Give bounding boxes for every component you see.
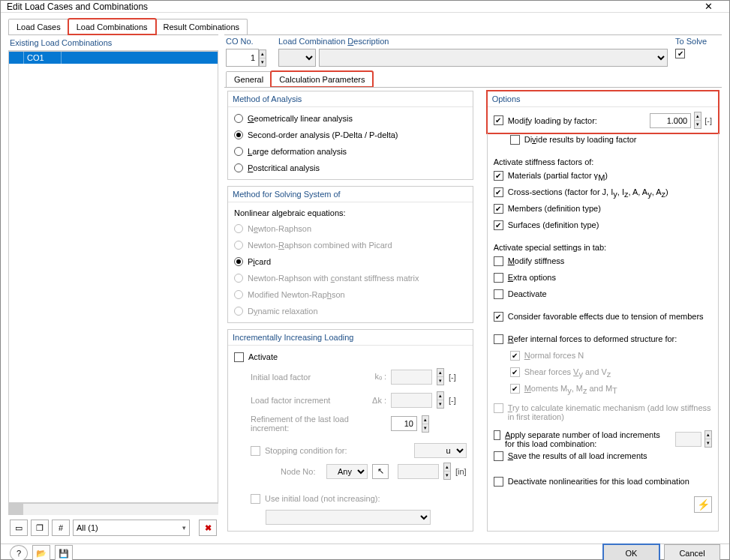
chk-extra[interactable]	[494, 273, 503, 283]
new-button[interactable]: ▭	[10, 520, 28, 536]
initial-load-factor-input	[391, 370, 432, 385]
chk-deactivate[interactable]	[494, 289, 503, 299]
chk-normal	[510, 351, 520, 361]
cancel-button[interactable]: Cancel	[664, 544, 720, 560]
lightning-icon: ⚡	[697, 499, 710, 511]
chk-activate-incremental[interactable]	[234, 352, 244, 362]
reset-options-button[interactable]: ⚡	[694, 496, 712, 513]
ok-button[interactable]: OK	[603, 544, 659, 560]
chk-save-results[interactable]	[494, 451, 503, 461]
titlebar: Edit Load Cases and Combinations ✕	[1, 1, 729, 13]
radio-nrc	[234, 274, 243, 283]
help-button[interactable]: ?	[10, 545, 28, 560]
chk-kinematic	[494, 403, 503, 413]
hscrollbar[interactable]	[8, 503, 218, 515]
chk-tension[interactable]	[494, 312, 503, 322]
radio-dyn	[234, 307, 243, 316]
chk-deact-nl[interactable]	[494, 477, 503, 487]
radio-large-def[interactable]	[234, 147, 243, 156]
group-options-header: Options Modify loading by factor: ▴▾ [-]	[487, 91, 719, 133]
chk-members[interactable]	[494, 204, 503, 214]
co-no-spinner[interactable]: ▴▾	[259, 49, 266, 67]
chk-divide[interactable]	[510, 135, 520, 145]
tab-general[interactable]: General	[226, 71, 272, 87]
initial-load-select	[266, 510, 431, 525]
separate-increments-input	[675, 432, 701, 447]
chk-modify-loading[interactable]	[494, 115, 503, 125]
group-title-analysis: Method of Analysis	[228, 91, 473, 107]
chk-mod-stiff[interactable]	[494, 256, 503, 266]
group-title-solving: Method for Solving System of	[228, 187, 473, 202]
radio-picard[interactable]	[234, 257, 243, 266]
radio-postcritical[interactable]	[234, 163, 243, 172]
save-button[interactable]: 💾	[55, 545, 73, 560]
chk-refer[interactable]	[494, 334, 503, 344]
chk-moments	[510, 384, 520, 394]
to-solve-checkbox[interactable]	[675, 49, 685, 58]
special-label: Activate special settings in tab:	[494, 243, 712, 252]
number-button[interactable]: #	[52, 520, 70, 536]
group-title-options: Options	[488, 91, 718, 107]
node-value-input	[398, 464, 439, 479]
tab-result-combinations[interactable]: Result Combinations	[155, 19, 248, 34]
group-method-analysis: Method of Analysis Geometrically linear …	[227, 91, 473, 180]
filter-combo[interactable]: All (1)	[73, 520, 190, 536]
open-button[interactable]: 📂	[32, 545, 50, 560]
window-title: Edit Load Cases and Combinations	[7, 1, 693, 12]
chk-use-initial	[251, 494, 260, 504]
list-item-name: CO1	[24, 52, 62, 64]
load-factor-increment-input	[391, 393, 432, 408]
chk-shear	[510, 367, 520, 377]
stopping-select: u	[414, 443, 467, 458]
radio-mnr	[234, 290, 243, 299]
tab-load-cases[interactable]: Load Cases	[8, 19, 69, 34]
tab-calc-params[interactable]: Calculation Parameters	[271, 71, 373, 87]
copy-button[interactable]: ❐	[31, 520, 49, 536]
modify-factor-input[interactable]	[650, 113, 691, 128]
dialog-window: Edit Load Cases and Combinations ✕ Load …	[0, 0, 730, 560]
existing-combinations-header: Existing Load Combinations	[8, 35, 218, 51]
group-title-incremental: Incrementally Increasing Loading	[228, 330, 473, 346]
chk-stopping	[251, 446, 260, 456]
chk-cross[interactable]	[494, 187, 503, 197]
pick-node-button: ↖	[372, 464, 389, 479]
chk-separate-increments[interactable]	[494, 430, 500, 440]
group-incremental: Incrementally Increasing Loading Activat…	[227, 329, 473, 532]
description-label: Load Combination Description	[278, 37, 668, 49]
solving-subhead: Nonlinear algebraic equations:	[234, 208, 467, 217]
main-tabs: Load Cases Load Combinations Result Comb…	[1, 13, 729, 34]
radio-geom[interactable]	[234, 114, 243, 123]
node-select: Any	[326, 464, 368, 479]
to-solve-label: To Solve	[675, 37, 720, 49]
combinations-list[interactable]: CO1	[8, 51, 218, 503]
radio-second-order[interactable]	[234, 130, 243, 139]
radio-nrp	[234, 241, 243, 250]
tab-load-combinations[interactable]: Load Combinations	[68, 19, 156, 34]
radio-nr	[234, 224, 243, 233]
desc-input[interactable]	[319, 49, 668, 67]
refinement-input[interactable]	[391, 416, 417, 431]
group-solving-method: Method for Solving System of Nonlinear a…	[227, 186, 473, 323]
chk-materials[interactable]	[494, 171, 503, 181]
close-icon[interactable]: ✕	[693, 1, 723, 12]
delete-button[interactable]: ✖	[199, 520, 217, 536]
list-item[interactable]: CO1	[9, 52, 218, 64]
chk-surfaces[interactable]	[494, 220, 503, 230]
activate-stiff-label: Activate stiffness factors of:	[494, 157, 712, 166]
group-options-body: Divide results by loading factor Activat…	[487, 133, 719, 532]
co-no-label: CO No.	[226, 37, 271, 49]
co-no-input[interactable]	[226, 49, 259, 67]
desc-type-select[interactable]	[278, 49, 316, 67]
